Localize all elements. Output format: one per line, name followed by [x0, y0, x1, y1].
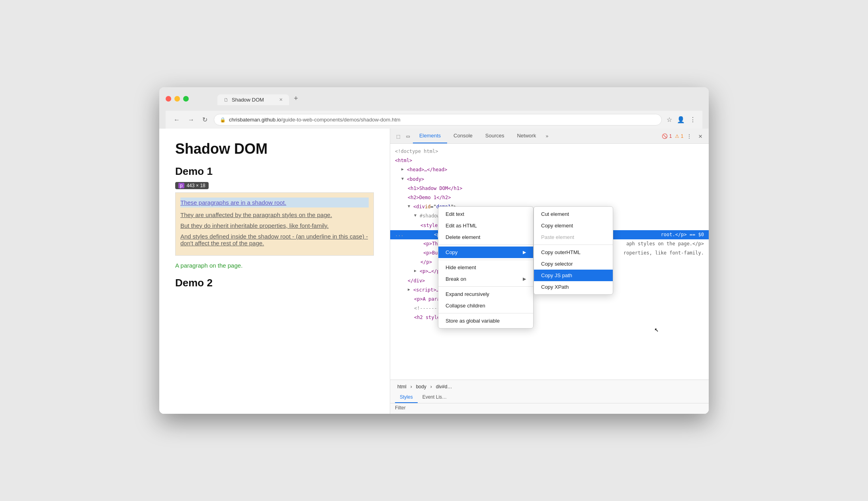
ctx-collapse-children[interactable]: Collapse children: [438, 300, 533, 311]
devtools-settings-icon[interactable]: ⋮: [683, 130, 695, 143]
demo1-heading: Demo 1: [175, 165, 374, 178]
shadow-para4: And styles defined inside the shadow roo…: [180, 233, 369, 247]
ctx-break-on[interactable]: Break on ▶: [438, 273, 533, 285]
ctx-edit-text[interactable]: Edit text: [438, 208, 533, 220]
submenu-copy-outerhtml[interactable]: Copy outerHTML: [534, 247, 613, 258]
more-tabs-button[interactable]: »: [542, 129, 551, 143]
webpage: Shadow DOM Demo 1 p 443 × 18 These parag…: [159, 129, 390, 414]
element-label: p: [178, 183, 184, 188]
tab-close-button[interactable]: ✕: [279, 97, 283, 102]
address-bar: ← → ↻ 🔒 chrisbateman.github.io/guide-to-…: [166, 111, 702, 129]
menu-icon[interactable]: ⋮: [690, 116, 696, 123]
error-badge: 🚫 1: [662, 133, 672, 139]
div-toggle[interactable]: ▼: [408, 203, 413, 209]
html-tag: <html>: [395, 157, 412, 164]
new-tab-button[interactable]: +: [289, 92, 303, 105]
ctx-copy[interactable]: Copy ▶: [438, 247, 533, 258]
shadow-para1: These paragraphs are in a shadow root.: [180, 198, 369, 207]
fullscreen-traffic-light[interactable]: [183, 96, 189, 102]
styles-tab-styles[interactable]: Styles: [395, 392, 418, 403]
dom-right-text1: root.</p> == $0: [661, 232, 704, 237]
ctx-edit-text-label: Edit text: [446, 211, 464, 217]
minimize-traffic-light[interactable]: [174, 96, 180, 102]
avatar-icon[interactable]: 👤: [677, 116, 685, 123]
size-badge: p 443 × 18: [175, 182, 209, 189]
devtools-bottom-panel: html › body › div#d… Styles Event Lis… F…: [390, 380, 709, 414]
styles-tab-event-listeners[interactable]: Event Lis…: [418, 392, 452, 403]
div-close: </div>: [408, 277, 425, 285]
dom-doctype[interactable]: <!doctype html>: [390, 147, 709, 156]
browser-window: 🗋 Shadow DOM ✕ + ← → ↻ 🔒 chrisbateman.gi…: [159, 87, 709, 414]
tab-network[interactable]: Network: [510, 129, 542, 143]
devtools-tabs: ⬚ ▭ Elements Console Sources Network » 🚫…: [390, 129, 709, 144]
ctx-store-label: Store as global variable: [446, 318, 500, 324]
breadcrumb-html[interactable]: html: [395, 383, 409, 390]
ctx-edit-html[interactable]: Edit as HTML: [438, 220, 533, 231]
dom-h1[interactable]: <h1>Shadow DOM</h1>: [390, 184, 709, 193]
reload-button[interactable]: ↻: [201, 114, 209, 125]
dom-body[interactable]: ▼ <body>: [390, 175, 709, 184]
p3-right: roperties, like font-family.: [624, 250, 704, 256]
tab-sources[interactable]: Sources: [479, 129, 511, 143]
ctx-delete-label: Delete element: [446, 234, 480, 240]
url-path: /guide-to-web-components/demos/shadow-do…: [281, 117, 401, 123]
tab-console[interactable]: Console: [447, 129, 479, 143]
submenu-cut-element[interactable]: Cut element: [534, 208, 613, 220]
dom-head[interactable]: ▶ <head>…</head>: [390, 165, 709, 174]
submenu-copy-js-path[interactable]: Copy JS path: [534, 270, 613, 281]
ctx-break-label: Break on: [446, 276, 466, 282]
body-tag: <body>: [407, 176, 424, 183]
h1-tag: <h1>Shadow DOM</h1>: [408, 185, 462, 192]
browser-content: Shadow DOM Demo 1 p 443 × 18 These parag…: [159, 129, 709, 414]
dom-h2[interactable]: <h2>Demo 1</h2>: [390, 193, 709, 202]
style-tag: <style>: [420, 222, 441, 229]
submenu-separator: [534, 245, 613, 245]
ctx-delete-element[interactable]: Delete element: [438, 231, 533, 243]
ctx-copy-label: Copy: [446, 249, 457, 255]
title-bar: 🗋 Shadow DOM ✕ + ← → ↻ 🔒 chrisbateman.gi…: [159, 87, 709, 129]
tab-elements[interactable]: Elements: [413, 129, 447, 143]
breadcrumb-div[interactable]: div#d…: [434, 383, 455, 390]
ctx-hide-element[interactable]: Hide element: [438, 262, 533, 273]
url-bar[interactable]: 🔒 chrisbateman.github.io/guide-to-web-co…: [214, 114, 662, 125]
tab-page-icon: 🗋: [224, 97, 229, 103]
ctx-store-global[interactable]: Store as global variable: [438, 315, 533, 327]
breadcrumb-body[interactable]: body: [414, 383, 429, 390]
ctx-separator-2: [438, 260, 533, 260]
back-button[interactable]: ←: [172, 115, 182, 125]
script-toggle[interactable]: ▶: [408, 286, 413, 293]
p-expand-toggle[interactable]: ▶: [414, 268, 420, 274]
close-traffic-light[interactable]: [166, 96, 171, 102]
filter-label[interactable]: Filter: [395, 405, 406, 411]
ctx-separator-4: [438, 313, 533, 313]
dom-html[interactable]: <html>: [390, 156, 709, 165]
devtools-close-button[interactable]: ✕: [695, 129, 706, 143]
ctx-separator-3: [438, 286, 533, 287]
forward-button[interactable]: →: [186, 115, 196, 125]
page-title: Shadow DOM: [175, 141, 374, 157]
styles-tabs: Styles Event Lis…: [390, 392, 709, 403]
size-value: 443 × 18: [187, 183, 205, 188]
ctx-break-arrow: ▶: [523, 276, 526, 282]
green-paragraph: A paragraph on the page.: [175, 262, 374, 269]
shadow-toggle[interactable]: ▼: [414, 212, 420, 219]
browser-tab[interactable]: 🗋 Shadow DOM ✕: [217, 94, 289, 105]
context-menu: Edit text Edit as HTML Delete element Co…: [438, 206, 534, 329]
submenu-copy-element[interactable]: Copy element: [534, 220, 613, 231]
warning-badge: ⚠ 1: [675, 133, 683, 139]
submenu-paste-element[interactable]: Paste element: [534, 231, 613, 243]
head-toggle[interactable]: ▶: [401, 166, 407, 172]
doctype-text: <!doctype html>: [395, 148, 438, 155]
ctx-hide-label: Hide element: [446, 264, 476, 270]
copy-submenu: Cut element Copy element Paste element C…: [534, 206, 613, 295]
shadow-box: These paragraphs are in a shadow root. T…: [175, 192, 374, 256]
device-mode-icon[interactable]: ▭: [403, 130, 412, 143]
submenu-copy-xpath[interactable]: Copy XPath: [534, 281, 613, 293]
ctx-expand-label: Expand recursively: [446, 291, 489, 297]
ctx-expand-recursively[interactable]: Expand recursively: [438, 288, 533, 300]
bookmark-icon[interactable]: ☆: [667, 116, 672, 123]
element-picker-icon[interactable]: ⬚: [393, 130, 403, 143]
shadow-para3: But they do inherit inheritable properti…: [180, 222, 369, 229]
submenu-copy-selector[interactable]: Copy selector: [534, 258, 613, 270]
body-toggle[interactable]: ▼: [401, 176, 407, 182]
